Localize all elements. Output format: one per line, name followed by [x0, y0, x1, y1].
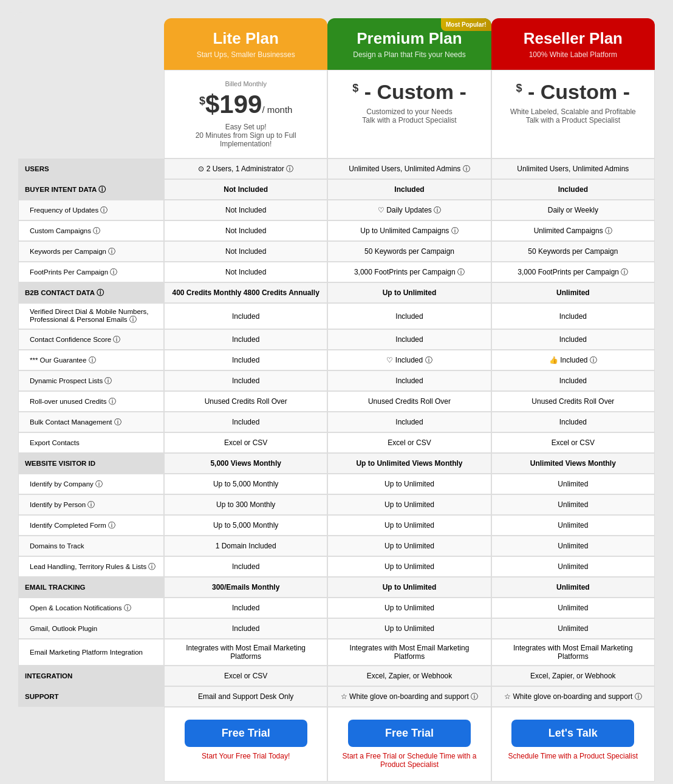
lite-value: Not Included: [164, 262, 327, 282]
premium-value: Excel, Zapier, or Webhook: [327, 666, 491, 686]
feature-label: Keywords per Campaign ⓘ: [18, 241, 164, 262]
feature-row: *** Our Guarantee ⓘ Included ♡ Included …: [18, 350, 655, 370]
feature-row: Verified Direct Dial & Mobile Numbers, P…: [18, 303, 655, 329]
lite-value: Included: [164, 303, 327, 329]
reseller-value: Excel or CSV: [491, 432, 655, 453]
lite-plan-name: Lite Plan: [171, 29, 320, 48]
lite-value: Excel or CSV: [164, 432, 327, 453]
feature-label: Contact Confidence Score ⓘ: [18, 329, 164, 350]
lite-value: Not Included: [164, 241, 327, 262]
lite-value: Included: [164, 598, 327, 618]
premium-value: Up to Unlimited: [327, 515, 491, 536]
most-popular-badge: Most Popular!: [441, 18, 491, 31]
reseller-value: Unlimited: [491, 556, 655, 577]
feature-label: BUYER INTENT DATA ⓘ: [18, 179, 164, 200]
cta-empty: [18, 707, 164, 782]
feature-label: Email Marketing Platform Integration: [18, 639, 164, 666]
feature-label: Identify by Person ⓘ: [18, 494, 164, 515]
lite-value: Included: [164, 556, 327, 577]
premium-value: ☆ White glove on-boarding and support ⓘ: [327, 686, 491, 707]
reseller-value: Unlimited: [491, 577, 655, 598]
feature-row: Custom Campaigns ⓘ Not Included Up to Un…: [18, 220, 655, 241]
reseller-value: Unlimited: [491, 618, 655, 639]
lite-value: 5,000 Views Monthly: [164, 453, 327, 474]
lite-value: Included: [164, 370, 327, 391]
premium-cta-cell: Free Trial Start a Free Trial or Schedul…: [327, 707, 491, 782]
lite-value: Included: [164, 350, 327, 370]
reseller-price: $ - Custom -: [498, 80, 648, 104]
feature-row: Identify by Person ⓘ Up to 300 Monthly U…: [18, 494, 655, 515]
feature-label: INTEGRATION: [18, 666, 164, 686]
premium-plan-subtitle: Design a Plan that Fits your Needs: [335, 50, 483, 59]
premium-cta-button[interactable]: Free Trial: [348, 720, 471, 747]
reseller-value: ☆ White glove on-boarding and support ⓘ: [491, 686, 655, 707]
premium-value: 50 Keywords per Campaign: [327, 241, 491, 262]
premium-value: Up to Unlimited: [327, 536, 491, 556]
reseller-value: Unlimited: [491, 282, 655, 303]
lite-price-desc: Easy Set up! 20 Minutes from Sign up to …: [171, 123, 321, 148]
premium-value: Included: [327, 179, 491, 200]
lite-value: 400 Credits Monthly 4800 Credits Annuall…: [164, 282, 327, 303]
feature-label: Gmail, Outlook Plugin: [18, 618, 164, 639]
feature-row: Contact Confidence Score ⓘ Included Incl…: [18, 329, 655, 350]
reseller-header: Reseller Plan 100% White Label Platform: [491, 18, 655, 70]
feature-row: Open & Location Notifications ⓘ Included…: [18, 598, 655, 618]
feature-row: WEBSITE VISITOR ID 5,000 Views Monthly U…: [18, 453, 655, 474]
feature-label: Identify Completed Form ⓘ: [18, 515, 164, 536]
price-empty: [18, 70, 164, 159]
lite-value: Included: [164, 329, 327, 350]
feature-row: INTEGRATION Excel or CSV Excel, Zapier, …: [18, 666, 655, 686]
lite-plan-subtitle: Start Ups, Smaller Businesses: [171, 50, 320, 59]
feature-row: Identify Completed Form ⓘ Up to 5,000 Mo…: [18, 515, 655, 536]
feature-rows: USERS ⊙ 2 Users, 1 Administrator ⓘ Unlim…: [18, 159, 655, 707]
lite-value: Not Included: [164, 179, 327, 200]
feature-label: Lead Handling, Territory Rules & Lists ⓘ: [18, 556, 164, 577]
premium-header: Most Popular! Premium Plan Design a Plan…: [327, 18, 491, 70]
lite-value: ⊙ 2 Users, 1 Administrator ⓘ: [164, 159, 327, 179]
premium-value: ♡ Daily Updates ⓘ: [327, 200, 491, 220]
premium-value: Up to Unlimited Views Monthly: [327, 453, 491, 474]
premium-value: 3,000 FootPrints per Campaign ⓘ: [327, 262, 491, 282]
reseller-value: Integrates with Most Email Marketing Pla…: [491, 639, 655, 666]
lite-value: Integrates with Most Email Marketing Pla…: [164, 639, 327, 666]
lite-value: 1 Domain Included: [164, 536, 327, 556]
premium-value: Up to Unlimited: [327, 618, 491, 639]
reseller-price-desc: White Labeled, Scalable and Profitable T…: [498, 107, 648, 124]
feature-label: USERS: [18, 159, 164, 179]
reseller-cta-note: Schedule Time with a Product Specialist: [501, 752, 645, 760]
premium-cta-note: Start a Free Trial or Schedule Time with…: [337, 752, 481, 769]
cta-row: Free Trial Start Your Free Trial Today! …: [18, 707, 655, 782]
lite-value: Unused Credits Roll Over: [164, 391, 327, 412]
feature-row: Frequency of Updates ⓘ Not Included ♡ Da…: [18, 200, 655, 220]
reseller-value: Daily or Weekly: [491, 200, 655, 220]
premium-value: Up to Unlimited: [327, 598, 491, 618]
feature-row: Roll-over unused Credits ⓘ Unused Credit…: [18, 391, 655, 412]
feature-row: EMAIL TRACKING 300/Emails Monthly Up to …: [18, 577, 655, 598]
premium-value: Up to Unlimited: [327, 474, 491, 494]
premium-plan-name: Premium Plan: [335, 29, 483, 48]
premium-value: Up to Unlimited: [327, 494, 491, 515]
lite-value: Excel or CSV: [164, 666, 327, 686]
feature-label: Export Contacts: [18, 432, 164, 453]
feature-label: Identify by Company ⓘ: [18, 474, 164, 494]
premium-value: ♡ Included ⓘ: [327, 350, 491, 370]
feature-row: Dynamic Prospect Lists ⓘ Included Includ…: [18, 370, 655, 391]
reseller-value: 3,000 FootPrints per Campaign ⓘ: [491, 262, 655, 282]
reseller-value: Unlimited Views Monthly: [491, 453, 655, 474]
lite-cta-button[interactable]: Free Trial: [185, 720, 307, 747]
reseller-value: Unused Credits Roll Over: [491, 391, 655, 412]
reseller-value: Unlimited: [491, 494, 655, 515]
reseller-value: Excel, Zapier, or Webhook: [491, 666, 655, 686]
reseller-value: Unlimited Campaigns ⓘ: [491, 220, 655, 241]
reseller-cta-button[interactable]: Let's Talk: [511, 720, 634, 747]
premium-value: Included: [327, 370, 491, 391]
feature-row: Email Marketing Platform Integration Int…: [18, 639, 655, 666]
feature-label: Domains to Track: [18, 536, 164, 556]
premium-value: Included: [327, 412, 491, 432]
reseller-value: Unlimited: [491, 474, 655, 494]
feature-label: Dynamic Prospect Lists ⓘ: [18, 370, 164, 391]
feature-label: WEBSITE VISITOR ID: [18, 453, 164, 474]
premium-value: Excel or CSV: [327, 432, 491, 453]
feature-label: Roll-over unused Credits ⓘ: [18, 391, 164, 412]
reseller-plan-name: Reseller Plan: [499, 29, 647, 48]
